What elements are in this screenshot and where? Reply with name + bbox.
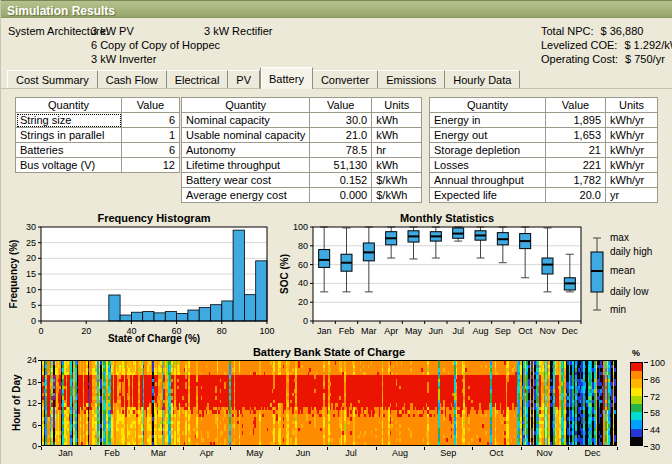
table-cell[interactable]: Usable nominal capacity	[182, 128, 310, 143]
table-cell[interactable]: 30.0	[310, 113, 372, 128]
metric-total-npc: Total NPC:$ 36,880	[541, 25, 643, 37]
table-row: Energy in1,895kWh/yr	[430, 113, 658, 128]
table-cell[interactable]: yr	[606, 188, 658, 203]
svg-text:20: 20	[26, 253, 36, 263]
table-cell[interactable]: Expected life	[430, 188, 546, 203]
svg-text:min: min	[610, 304, 626, 315]
svg-text:Aug: Aug	[472, 326, 488, 336]
color-scale-segment	[631, 437, 642, 445]
tab-electrical[interactable]: Electrical	[167, 70, 229, 88]
battery-config-table: QuantityValueString size6Strings in para…	[15, 97, 180, 173]
table-cell[interactable]: 1,782	[546, 173, 606, 188]
table-cell[interactable]: 21	[546, 143, 606, 158]
table-cell[interactable]: 51,130	[310, 158, 372, 173]
svg-text:Apr: Apr	[384, 326, 398, 336]
tab-hourly-data[interactable]: Hourly Data	[445, 70, 520, 88]
table-cell[interactable]: kWh	[372, 128, 422, 143]
svg-text:Jun: Jun	[429, 326, 444, 336]
month-tick-label: Apr	[200, 448, 214, 458]
column-header: Units	[606, 98, 658, 113]
color-scale-bar	[630, 362, 643, 446]
table-cell[interactable]: 20.0	[546, 188, 606, 203]
color-scale-segment	[631, 396, 642, 404]
month-tick	[617, 447, 618, 450]
table-cell[interactable]: String size	[16, 113, 122, 128]
table-cell[interactable]: kWh/yr	[606, 173, 658, 188]
table-cell[interactable]: Battery wear cost	[182, 173, 310, 188]
table-cell[interactable]: kWh/yr	[606, 143, 658, 158]
battery-properties-table: QuantityValueUnitsNominal capacity30.0kW…	[181, 97, 422, 203]
tab-pv[interactable]: PV	[228, 70, 260, 88]
table-cell[interactable]: kWh	[372, 113, 422, 128]
svg-text:40: 40	[298, 278, 308, 288]
tab-cost-summary[interactable]: Cost Summary	[7, 70, 98, 88]
table-row: Battery wear cost0.152$/kWh	[182, 173, 422, 188]
month-tick	[376, 447, 377, 450]
svg-text:State of Charge (%): State of Charge (%)	[108, 333, 200, 344]
table-cell[interactable]: 221	[546, 158, 606, 173]
svg-text:20: 20	[298, 297, 308, 307]
table-cell[interactable]: 6	[122, 143, 180, 158]
table-cell[interactable]: $/kWh	[372, 173, 422, 188]
color-scale-tick	[644, 412, 648, 413]
table-cell[interactable]: 1,895	[546, 113, 606, 128]
frequency-histogram-chart: 020406080100051015202530Frequency Histog…	[9, 212, 277, 344]
table-row: Batteries6	[16, 143, 180, 158]
month-tick-label: Jul	[345, 448, 357, 458]
color-scale-segment	[631, 363, 642, 371]
frequency-histogram-svg: 020406080100051015202530Frequency Histog…	[9, 212, 277, 344]
heatmap-title: Battery Bank State of Charge	[41, 346, 617, 358]
table-cell[interactable]: kWh/yr	[606, 128, 658, 143]
table-cell[interactable]: Batteries	[16, 143, 122, 158]
table-row: Average energy cost0.000$/kWh	[182, 188, 422, 203]
tab-cash-flow[interactable]: Cash Flow	[98, 70, 167, 88]
table-cell[interactable]: kWh/yr	[606, 113, 658, 128]
month-tick-label: Mar	[151, 448, 167, 458]
svg-text:0: 0	[31, 316, 36, 326]
table-cell[interactable]: 1	[122, 128, 180, 143]
tab-converter[interactable]: Converter	[313, 70, 378, 88]
table-cell[interactable]: kWh	[372, 158, 422, 173]
svg-text:daily low: daily low	[610, 286, 649, 297]
table-cell[interactable]: Strings in parallel	[16, 128, 122, 143]
metric-operating-cost: Operating Cost:$ 750/yr	[541, 53, 665, 65]
hour-tick	[38, 425, 41, 426]
table-cell[interactable]: Autonomy	[182, 143, 310, 158]
table-cell[interactable]: hr	[372, 143, 422, 158]
svg-text:100: 100	[293, 222, 308, 232]
svg-text:SOC (%): SOC (%)	[279, 254, 290, 294]
table-cell[interactable]: 0.000	[310, 188, 372, 203]
window-titlebar[interactable]: Simulation Results	[1, 0, 672, 18]
table-cell[interactable]: Annual throughput	[430, 173, 546, 188]
table-cell[interactable]: Storage depletion	[430, 143, 546, 158]
table-cell[interactable]: 1,653	[546, 128, 606, 143]
system-component-battery: 6 Copy of Copy of Hoppec	[91, 39, 220, 51]
monthly-statistics-svg: JanFebMarAprMayJunJulAugSepOctNovDec0204…	[279, 212, 667, 344]
table-cell[interactable]: Bus voltage (V)	[16, 158, 122, 173]
table-cell[interactable]: Energy in	[430, 113, 546, 128]
table-cell[interactable]: 6	[122, 113, 180, 128]
table-cell[interactable]: Nominal capacity	[182, 113, 310, 128]
table-cell[interactable]: $/kWh	[372, 188, 422, 203]
tab-emissions[interactable]: Emissions	[378, 70, 445, 88]
table-cell[interactable]: 12	[122, 158, 180, 173]
color-scale-segment	[631, 420, 642, 428]
heatmap-canvas	[42, 361, 616, 445]
tab-battery[interactable]: Battery	[260, 67, 313, 89]
table-row: Annual throughput1,782kWh/yr	[430, 173, 658, 188]
table-cell[interactable]: Average energy cost	[182, 188, 310, 203]
month-tick	[521, 447, 522, 450]
table-cell[interactable]: Energy out	[430, 128, 546, 143]
month-tick	[183, 447, 184, 450]
table-cell[interactable]: 0.152	[310, 173, 372, 188]
month-tick-label: Feb	[104, 448, 120, 458]
table-row: Autonomy78.5hr	[182, 143, 422, 158]
table-cell[interactable]: Losses	[430, 158, 546, 173]
month-tick	[424, 447, 425, 450]
table-cell[interactable]: kWh/yr	[606, 158, 658, 173]
table-cell[interactable]: Lifetime throughput	[182, 158, 310, 173]
month-tick-label: Aug	[392, 448, 408, 458]
table-cell[interactable]: 21.0	[310, 128, 372, 143]
table-cell[interactable]: 78.5	[310, 143, 372, 158]
hour-tick-label: 24	[17, 355, 37, 365]
